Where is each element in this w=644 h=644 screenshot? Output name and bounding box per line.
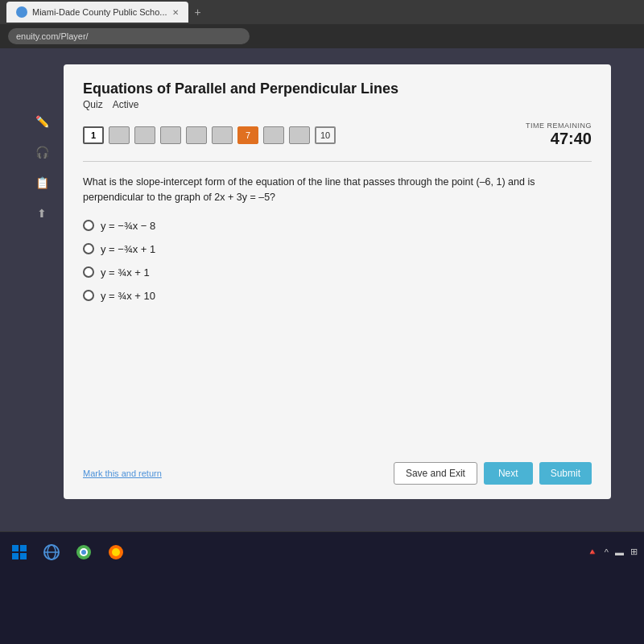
calculator-icon[interactable]: 📋 <box>33 174 51 192</box>
active-tab[interactable]: Miami-Dade County Public Scho... ✕ <box>6 2 188 23</box>
answer-option-2[interactable]: y = −¾x + 1 <box>83 243 592 255</box>
network-icon: 🔺 <box>587 547 598 557</box>
answer-option-4[interactable]: y = ¾x + 10 <box>83 290 592 302</box>
taskbar-explorer[interactable] <box>39 539 64 565</box>
quiz-status: Active <box>113 99 139 110</box>
svg-rect-0 <box>12 545 19 551</box>
radio-1[interactable] <box>83 220 94 231</box>
tab-close[interactable]: ✕ <box>172 8 179 17</box>
radio-3[interactable] <box>83 266 94 278</box>
tab-favicon <box>16 6 27 18</box>
browser-chrome: Miami-Dade County Public Scho... ✕ + <box>0 0 644 48</box>
q-btn-5[interactable] <box>186 126 207 144</box>
svg-rect-3 <box>20 553 27 559</box>
svg-rect-2 <box>12 553 19 559</box>
q-btn-8[interactable] <box>263 126 284 144</box>
taskbar: 🔺 ^ ▬ ⊞ <box>0 531 644 572</box>
question-nav: 1 7 10 TIME REMAINING 47:40 <box>83 122 592 148</box>
answer-text-1: y = −¾x − 8 <box>101 220 155 232</box>
nav-icon[interactable]: ⬆ <box>33 204 51 222</box>
radio-4[interactable] <box>83 290 94 301</box>
save-exit-button[interactable]: Save and Exit <box>394 462 477 485</box>
fullscreen-icon: ⊞ <box>630 547 638 557</box>
q-btn-2[interactable] <box>109 126 130 144</box>
time-label: TIME REMAINING <box>526 122 592 130</box>
next-button[interactable]: Next <box>484 462 533 485</box>
start-button[interactable] <box>6 539 32 565</box>
answer-text-4: y = ¾x + 10 <box>101 290 155 302</box>
svg-point-11 <box>112 548 120 556</box>
volume-icon: ^ <box>605 547 609 557</box>
question-text: What is the slope-intercept form of the … <box>83 175 592 205</box>
svg-rect-1 <box>20 545 27 551</box>
submit-button[interactable]: Submit <box>539 462 592 485</box>
q-btn-10[interactable]: 10 <box>315 126 336 144</box>
q-btn-3[interactable] <box>134 126 155 144</box>
answer-text-2: y = −¾x + 1 <box>101 243 155 255</box>
q-btn-1[interactable]: 1 <box>83 126 104 144</box>
svg-point-9 <box>81 550 86 555</box>
answer-text-3: y = ¾x + 1 <box>101 266 150 279</box>
new-tab-button[interactable]: + <box>195 6 201 19</box>
battery-icon: ▬ <box>615 547 624 557</box>
tab-bar: Miami-Dade County Public Scho... ✕ + <box>0 0 644 24</box>
quiz-type: Quiz <box>83 99 103 110</box>
quiz-title: Equations of Parallel and Perpendicular … <box>83 80 592 97</box>
taskbar-firefox[interactable] <box>103 539 129 565</box>
quiz-meta: Quiz Active <box>83 99 592 110</box>
address-bar <box>0 24 644 48</box>
main-content: ✏️ 🎧 📋 ⬆ Equations of Parallel and Perpe… <box>0 48 644 531</box>
answer-option-3[interactable]: y = ¾x + 1 <box>83 266 592 279</box>
mark-return-link[interactable]: Mark this and return <box>83 469 162 478</box>
taskbar-tray: 🔺 ^ ▬ ⊞ <box>587 547 638 557</box>
sidebar: ✏️ 🎧 📋 ⬆ <box>33 113 51 222</box>
q-btn-9[interactable] <box>289 126 310 144</box>
time-value: 47:40 <box>526 130 592 148</box>
q-btn-6[interactable] <box>212 126 233 144</box>
quiz-footer: Mark this and return Save and Exit Next … <box>83 462 592 485</box>
address-input[interactable] <box>8 28 250 44</box>
footer-buttons: Save and Exit Next Submit <box>394 462 592 485</box>
q-btn-7[interactable]: 7 <box>237 126 258 144</box>
divider <box>83 161 592 162</box>
taskbar-chrome[interactable] <box>71 539 97 565</box>
edit-icon[interactable]: ✏️ <box>33 113 51 130</box>
quiz-container: Equations of Parallel and Perpendicular … <box>64 64 611 499</box>
radio-2[interactable] <box>83 243 94 254</box>
q-btn-4[interactable] <box>160 126 181 144</box>
answer-option-1[interactable]: y = −¾x − 8 <box>83 220 592 232</box>
tab-label: Miami-Dade County Public Scho... <box>32 7 167 17</box>
audio-icon[interactable]: 🎧 <box>33 143 51 161</box>
time-remaining: TIME REMAINING 47:40 <box>526 122 592 148</box>
